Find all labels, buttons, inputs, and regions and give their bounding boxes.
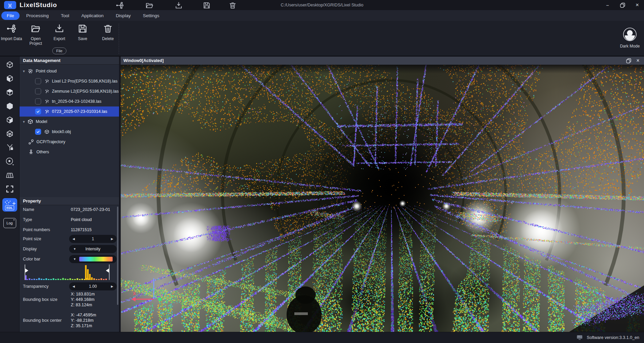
viewport-canvas[interactable]: [121, 65, 644, 332]
tree-item-label: GCP/Trajectory: [36, 139, 65, 144]
checkbox-unchecked[interactable]: [35, 78, 41, 84]
toolbar-group-label: File: [52, 48, 66, 54]
quick-open-folder-icon[interactable]: [145, 1, 154, 10]
display-dropdown[interactable]: ▼ Intensity: [69, 245, 117, 253]
histogram-canvas[interactable]: [22, 264, 112, 282]
checkbox-unchecked[interactable]: [35, 98, 41, 104]
toolbar-separator: [119, 24, 119, 54]
menu-file[interactable]: File: [1, 11, 20, 20]
stepper-decrease-icon[interactable]: ◀: [72, 285, 75, 288]
bbox-center-label: Bounding box center: [23, 318, 62, 323]
edl-toggle-button[interactable]: EDL: [2, 198, 17, 212]
dark-mode-button[interactable]: Dark Mode: [618, 27, 642, 49]
app-logo-icon: )(: [4, 1, 16, 9]
quick-delete-icon[interactable]: [228, 1, 237, 10]
point-numbers-value: 112871515: [71, 227, 92, 232]
export-button[interactable]: Export: [48, 24, 70, 41]
menu-settings[interactable]: Settings: [138, 11, 165, 20]
viewport-close-icon[interactable]: ×: [633, 57, 643, 65]
point-cloud-icon: [45, 89, 49, 94]
dark-mode-label: Dark Mode: [618, 44, 642, 49]
quick-save-icon[interactable]: [202, 1, 211, 10]
tree-item-gcp-trajectory[interactable]: GCP/Trajectory: [20, 137, 119, 147]
quick-import-icon[interactable]: [116, 1, 124, 10]
name-label: Name: [23, 207, 34, 212]
display-label: Display: [23, 247, 37, 251]
stepper-increase-icon[interactable]: ▶: [111, 285, 113, 288]
data-management-panel: Data Management ▾ Point cloud Lixel L2 P…: [20, 57, 119, 197]
menu-display[interactable]: Display: [110, 11, 136, 20]
tree-item-block0[interactable]: block0.obj: [20, 127, 119, 137]
tree-item-label: block0.obj: [52, 129, 71, 134]
view-cube-right-icon[interactable]: [5, 115, 14, 125]
open-project-button[interactable]: Open Project: [25, 24, 47, 46]
edl-label: EDL: [5, 206, 14, 210]
tree-item-0723-selected[interactable]: 0723_2025-07-23-010314.las: [20, 106, 119, 117]
save-label: Save: [71, 36, 94, 41]
tree-group-model[interactable]: ▾ Model: [20, 117, 119, 127]
view-cube-left-icon[interactable]: [5, 74, 14, 83]
checkbox-unchecked[interactable]: [35, 88, 41, 94]
point-cloud-icon: [28, 68, 33, 74]
bbox-size-y: Y: 449.168m: [71, 297, 94, 302]
point-size-label: Point size: [23, 237, 41, 241]
viewport-popout-icon[interactable]: [624, 57, 633, 65]
tree-group-label: Point cloud: [36, 69, 57, 73]
fullscreen-icon[interactable]: [5, 184, 14, 194]
point-cloud-icon: [45, 99, 49, 104]
tree-item-zenmuse-l2[interactable]: Zenmuse L2(EPSG 5186,KN18).las: [20, 86, 119, 96]
perspective-view-icon[interactable]: [5, 170, 14, 180]
tree-item-label: 0723_2025-07-23-010314.las: [52, 109, 107, 114]
status-bar: Software version:3.3.1.0_en: [0, 332, 644, 343]
checkbox-checked[interactable]: [35, 129, 41, 135]
checkbox-checked[interactable]: [35, 108, 41, 115]
transparency-stepper[interactable]: ◀ 1.00 ▶: [69, 282, 117, 290]
close-button[interactable]: ×: [631, 0, 644, 10]
bbox-size-z: Z: 83.124m: [71, 303, 92, 307]
menu-tool[interactable]: Tool: [56, 11, 75, 20]
view-cube-top-icon[interactable]: [5, 88, 14, 97]
export-label: Export: [48, 36, 70, 41]
save-button[interactable]: Save: [71, 24, 94, 41]
point-size-stepper[interactable]: ◀ 1 ▶: [69, 235, 117, 243]
data-management-header: Data Management: [20, 57, 119, 65]
type-value: Point cloud: [71, 217, 92, 222]
color-bar-dropdown[interactable]: ▼: [69, 255, 117, 263]
view-cube-bottom-icon[interactable]: [5, 129, 14, 138]
view-cube-back-icon[interactable]: [5, 101, 14, 111]
stepper-increase-icon[interactable]: ▶: [111, 237, 113, 241]
view-cube-front-icon[interactable]: [5, 60, 14, 69]
orbit-center-icon[interactable]: [5, 157, 14, 166]
chevron-down-icon[interactable]: ▾: [23, 120, 28, 124]
name-value: 0723_2025-07-23-01: [71, 207, 110, 212]
tree-item-others[interactable]: Others: [20, 147, 119, 157]
delete-button[interactable]: Delete: [97, 24, 119, 41]
tree-item-label: Lixel L2 Pro(EPSG 5186,KN18).las: [52, 79, 118, 84]
trajectory-lock-icon[interactable]: [5, 143, 14, 152]
tree-group-point-cloud[interactable]: ▾ Point cloud: [20, 66, 119, 76]
stepper-decrease-icon[interactable]: ◀: [72, 237, 75, 241]
import-data-button[interactable]: Import Data: [0, 24, 23, 41]
quick-export-icon[interactable]: [174, 1, 183, 10]
property-panel: Property Name 0723_2025-07-23-01 Type Po…: [20, 197, 119, 332]
transparency-value: 1.00: [89, 284, 97, 289]
ribbon-toolbar: Import Data Open Project Export Save Del…: [0, 21, 644, 57]
chevron-down-icon[interactable]: ▾: [23, 69, 28, 73]
point-numbers-label: Point numbers: [23, 227, 50, 232]
lixelstudio-window: )( LixelStudio C:/Users/user/Desktop/XGR…: [0, 0, 644, 343]
restore-button[interactable]: [616, 0, 629, 10]
logo-glyph: )(: [8, 3, 12, 8]
menu-application[interactable]: Application: [76, 11, 109, 20]
menu-processing[interactable]: Processing: [21, 11, 54, 20]
minimize-button[interactable]: −: [601, 0, 614, 10]
property-header: Property: [20, 197, 119, 205]
property-scrollbar[interactable]: [117, 207, 118, 305]
log-label: Log: [6, 221, 12, 225]
viewport-window: Window0[Activated] × X Y: [121, 57, 644, 332]
tree-item-lixel-l2-pro[interactable]: Lixel L2 Pro(EPSG 5186,KN18).las: [20, 76, 119, 86]
viewport-title: Window0[Activated]: [123, 58, 164, 63]
log-button[interactable]: Log: [3, 218, 16, 228]
tree-item-tn-2025[interactable]: tn_2025-04-23-102438.las: [20, 96, 119, 106]
view-toolbar: EDL Log: [0, 57, 20, 332]
model-icon: [28, 119, 33, 124]
